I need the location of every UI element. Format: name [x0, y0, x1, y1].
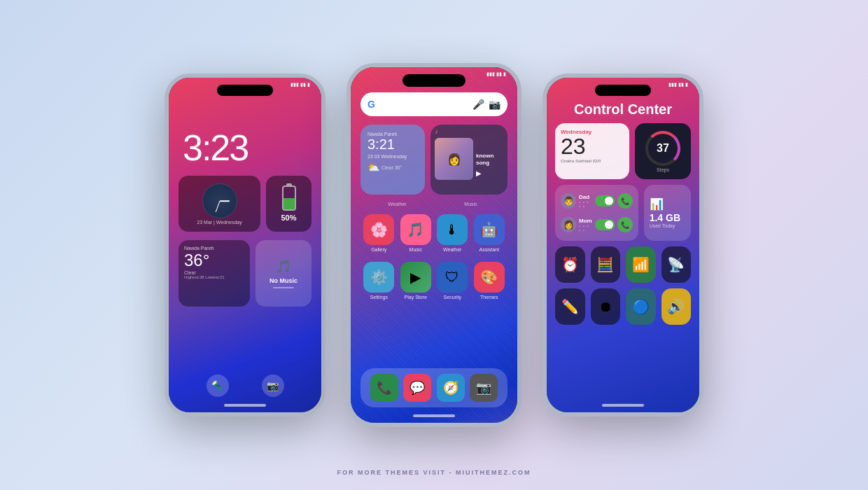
dad-dots: • • • • • [579, 200, 592, 209]
widget-row-2: Nawda Pareh 36° Clear Highest:38 Lowest:… [178, 240, 312, 307]
themes-icon: 🎨 [474, 262, 505, 293]
dad-name: Dad [579, 194, 592, 200]
weather-widget-p2[interactable]: Nawda Pareh 3:21 23 03 Wednesday ⛅ Clear… [360, 125, 425, 195]
mom-name: Mom [579, 218, 592, 224]
dad-call-button[interactable]: 📞 [617, 193, 633, 209]
dynamic-island [217, 85, 273, 96]
battery-percentage: 50% [281, 214, 296, 222]
storage-label: Used Today [650, 223, 685, 228]
volume-down-button[interactable] [164, 169, 167, 204]
p2-weather-cond: Clear 36° [382, 165, 402, 170]
music-note-icon: 🎵 [276, 259, 291, 274]
search-bar[interactable]: G 🎤 📷 [360, 92, 507, 116]
assistant-label: Assistant [479, 247, 499, 252]
dad-avatar: 👨 [561, 193, 576, 209]
widget-row-p2: Nawda Pareh 3:21 23 03 Wednesday ⛅ Clear… [360, 125, 507, 195]
cc-storage-widget[interactable]: 📊 1.4 GB Used Today [644, 185, 691, 241]
mic-icon[interactable]: 🎤 [472, 99, 484, 110]
cc-calc-button[interactable]: 🧮 [591, 246, 621, 283]
cc-row-1: Wednesday 23 Chaitra Sukhladi 02/0 37 St… [555, 123, 691, 179]
music-label: Music [434, 202, 507, 206]
torch-button[interactable]: 🔦 [206, 374, 229, 397]
song-name: known song [476, 153, 503, 166]
cc-record-button[interactable]: ⏺ [591, 288, 621, 325]
home-indicator-2[interactable] [413, 414, 455, 417]
weather-icon: 🌡 [437, 214, 468, 245]
storage-value: 1.4 GB [650, 212, 685, 223]
app-music[interactable]: 🎵 Music [399, 214, 433, 252]
cc-hotspot-button[interactable]: 📡 [662, 246, 692, 283]
minute-hand [215, 200, 220, 211]
album-art: 👩 [435, 138, 473, 180]
app-assistant[interactable]: 🤖 Assistant [472, 214, 506, 252]
cc-contact-mom[interactable]: 👩 Mom • • • • • 📞 [561, 217, 633, 232]
weather-label: Weather [360, 202, 434, 206]
no-music-label: No Music [270, 277, 298, 284]
battery-widget[interactable]: 50% [266, 176, 312, 232]
music-widget-small[interactable]: 🎵 No Music [255, 240, 312, 307]
playstore-icon: ▶ [400, 262, 431, 293]
cc-wifi-button[interactable]: 📶 [626, 246, 656, 283]
volume-up-button-2[interactable] [346, 123, 349, 151]
steps-label: Steps [657, 167, 669, 172]
cc-steps-widget[interactable]: 37 Steps [635, 123, 691, 179]
mom-toggle[interactable] [595, 219, 615, 230]
cc-row-2: 👨 Dad • • • • • 📞 👩 Mom • • • • • � [555, 185, 691, 241]
volume-down-button-3[interactable] [542, 169, 545, 204]
dock-camera[interactable]: 📷 [470, 374, 498, 402]
security-label: Security [444, 295, 461, 300]
battery-icon-2: ▮ [503, 71, 506, 77]
app-settings[interactable]: ⚙️ Settings [362, 262, 396, 300]
google-lens-icon[interactable]: 📷 [489, 99, 500, 110]
volume-up-button-3[interactable] [542, 134, 545, 162]
app-security[interactable]: 🛡 Security [435, 262, 469, 300]
status-icons-2: ▮▮▮ ▮▮ ▮ [486, 71, 506, 77]
app-playstore[interactable]: ▶ Play Store [399, 262, 433, 300]
dock-browser[interactable]: 🧭 [437, 374, 465, 402]
steps-ring: 37 [645, 131, 680, 166]
volume-down-button-2[interactable] [346, 158, 349, 193]
signal-icon-3: ▮▮▮ [668, 82, 677, 88]
p2-weather-time: 3:21 [368, 136, 418, 153]
app-gallery[interactable]: 🌸 Gallery [362, 214, 396, 252]
steps-count: 37 [657, 142, 669, 155]
power-button[interactable] [323, 148, 326, 197]
cc-volume-button[interactable]: 🔊 [662, 288, 692, 325]
cc-bluetooth-button[interactable]: 🔵 [626, 288, 656, 325]
p2-music-note-icon: ♪ [435, 127, 438, 135]
dad-toggle[interactable] [595, 195, 615, 206]
hour-hand [220, 200, 230, 202]
camera-button[interactable]: 📷 [262, 374, 284, 397]
wifi-icon-2: ▮▮ [496, 71, 502, 77]
clock-widget[interactable]: 23 Mar | Wednesday [178, 176, 260, 232]
home-indicator-3[interactable] [602, 404, 644, 407]
weather-location: Nawda Pareh [184, 246, 244, 251]
settings-label: Settings [370, 295, 388, 300]
cc-date-sub: Chaitra Sukhladi 02/0 [561, 159, 624, 163]
dock-messages[interactable]: 💬 [403, 374, 431, 402]
volume-up-button[interactable] [164, 134, 167, 162]
power-button-2[interactable] [519, 137, 522, 186]
dock-phone[interactable]: 📞 [370, 374, 398, 402]
wifi-icon: ▮▮ [300, 82, 306, 88]
cc-date-widget[interactable]: Wednesday 23 Chaitra Sukhladi 02/0 [555, 123, 629, 179]
weather-temp: 36° [184, 251, 244, 270]
dynamic-island-3 [595, 85, 651, 96]
cc-alarm-button[interactable]: ⏰ [555, 246, 585, 283]
lockscreen-bottom-actions: 🔦 📷 [169, 374, 321, 397]
app-weather[interactable]: 🌡 Weather [435, 214, 469, 252]
music-progress [273, 287, 294, 288]
mom-call-button[interactable]: 📞 [617, 217, 633, 232]
cc-contact-dad[interactable]: 👨 Dad • • • • • 📞 [561, 193, 633, 209]
music-content: 👩 known song ▶ [430, 135, 507, 195]
gallery-icon: 🌸 [363, 214, 394, 245]
app-themes[interactable]: 🎨 Themes [472, 262, 506, 300]
home-indicator[interactable] [224, 404, 266, 407]
weather-widget-small[interactable]: Nawda Pareh 36° Clear Highest:38 Lowest:… [178, 240, 250, 307]
album-face: 👩 [435, 138, 473, 180]
power-button-3[interactable] [701, 148, 704, 197]
dock: 📞 💬 🧭 📷 [360, 368, 507, 407]
music-widget-p2[interactable]: ♪ 👩 known song ▶ [430, 125, 507, 195]
play-button[interactable]: ▶ [476, 169, 503, 177]
cc-edit-button[interactable]: ✏️ [555, 288, 585, 325]
